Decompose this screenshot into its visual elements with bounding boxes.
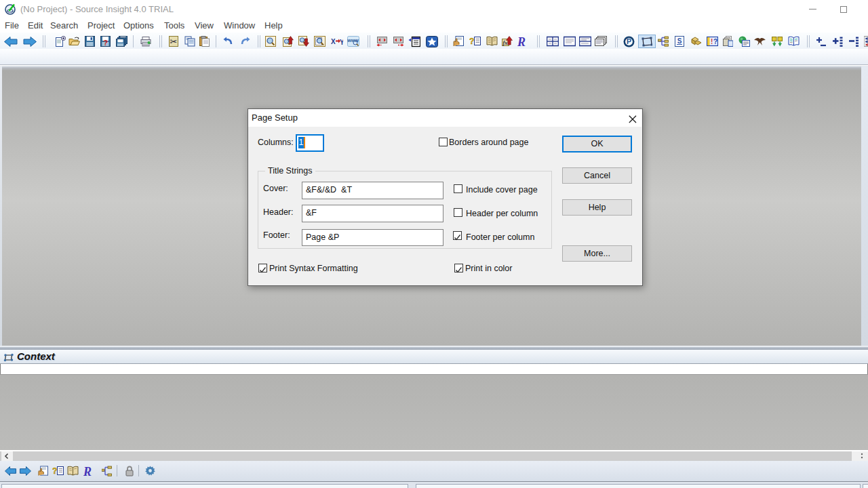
svg-text:!: ! [711,38,713,45]
svg-text:R: R [517,36,526,47]
svg-text:R: R [83,466,92,477]
svg-text:✂: ✂ [170,37,178,47]
svg-text:X: X [331,38,336,45]
svg-text:Y: Y [340,39,343,46]
svg-text:S: S [677,37,682,45]
svg-text:P: P [627,37,631,45]
svg-text:fx: fx [503,40,508,46]
svg-text:?: ? [103,39,108,47]
svg-text:?: ? [469,37,474,46]
svg-text:?: ? [713,38,717,45]
svg-text:?: ? [52,466,57,476]
